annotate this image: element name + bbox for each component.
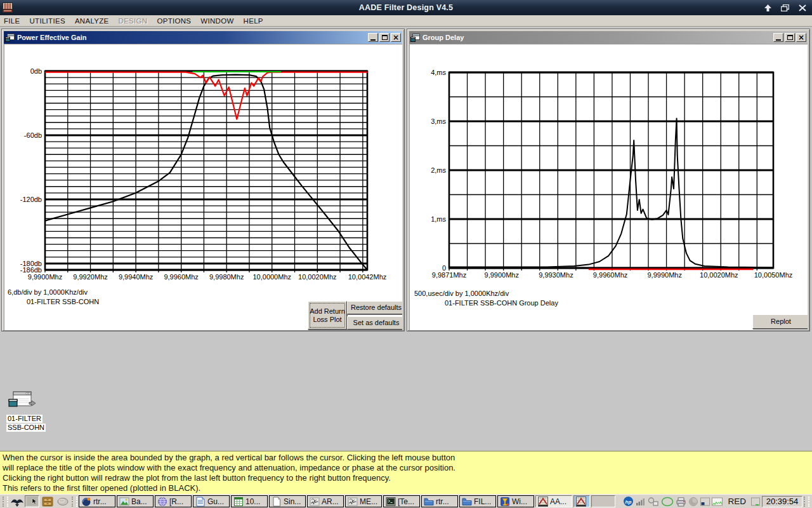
menu-utilities[interactable]: UTILITIES: [30, 17, 65, 25]
svg-text:9,9900Mhz: 9,9900Mhz: [485, 271, 519, 279]
menubar: FILEUTILITIESANALYZEDESIGNOPTIONSWINDOWH…: [0, 15, 812, 27]
quicklaunch-file-drawer[interactable]: [40, 495, 55, 507]
svg-text:9,9960Mhz: 9,9960Mhz: [164, 273, 198, 281]
taskbar-button-label: AR...: [322, 497, 339, 506]
menu-analyze[interactable]: ANALYZE: [75, 17, 109, 25]
gain-window-titlebar[interactable]: Power Effective Gain ×: [4, 31, 402, 44]
tray-hp[interactable]: hp: [623, 496, 634, 507]
taskbar-button-gu-3[interactable]: Gu...: [193, 495, 230, 507]
gain-caption: 6,db/div by 1,0000Khz/div 01-FILTER SSB-…: [8, 288, 99, 307]
taskbar-clock[interactable]: 20:39:54: [762, 496, 802, 507]
delay-filter-caption: 01-FILTER SSB-COHN Group Delay: [445, 298, 558, 308]
set-as-defaults-button[interactable]: Set as defaults: [347, 316, 402, 330]
file-drawer-icon: [42, 497, 53, 507]
delay-plot[interactable]: 9,9871Mhz9,9900Mhz9,9930Mhz9,9960Mhz9,99…: [409, 44, 808, 330]
schematic-icon: [310, 497, 320, 507]
taskbar-button-label: rtr...: [436, 497, 449, 506]
schematic-icon: [348, 497, 358, 507]
taskbar-button-r-2[interactable]: [R...: [155, 495, 192, 507]
plot-window-icon: [5, 33, 15, 42]
tray-mini-monitor[interactable]: [751, 497, 760, 507]
menu-file[interactable]: FILE: [4, 17, 20, 25]
svg-text:1,ms: 1,ms: [431, 215, 446, 223]
taskbar-button-wi-11[interactable]: Wi...: [497, 495, 534, 507]
taskbar-button-rtr-0[interactable]: rtr...: [79, 495, 115, 507]
taskbar-button-label: 10...: [246, 497, 260, 506]
close-button[interactable]: [797, 4, 807, 12]
taskbar-button-label: Gu...: [207, 497, 224, 506]
delay-minimize-button[interactable]: [773, 33, 783, 42]
restore-button[interactable]: [780, 4, 790, 12]
maximize-button[interactable]: [763, 4, 773, 12]
taskbar-button-label: Sin...: [284, 497, 301, 506]
svg-text:hp: hp: [625, 499, 632, 505]
svg-text:2,ms: 2,ms: [431, 166, 446, 174]
taskbar-button-me-7[interactable]: ME...: [345, 495, 382, 507]
taskbar-button-fil-10[interactable]: FIL...: [459, 495, 496, 507]
wine-icon: [500, 497, 510, 507]
menu-options[interactable]: OPTIONS: [157, 17, 191, 25]
taskbar-drag-handle[interactable]: [3, 497, 8, 507]
taskbar-button-blank-14[interactable]: [591, 495, 615, 507]
show-desktop-icon: [27, 497, 38, 506]
doc-blank-icon: [272, 497, 282, 507]
delay-close-button[interactable]: ×: [796, 33, 806, 42]
replot-button[interactable]: Replot: [752, 314, 808, 329]
menu-help[interactable]: HELP: [244, 17, 263, 25]
svg-text:9,9930Mhz: 9,9930Mhz: [539, 271, 573, 279]
delay-scale-caption: 500,usec/div by 1,0000Khz/div: [414, 289, 558, 298]
photo-icon: [119, 497, 129, 507]
restore-defaults-button[interactable]: Restore defaults: [347, 301, 402, 314]
quicklaunch-ellipse-tool[interactable]: [55, 495, 70, 507]
quicklaunch-show-desktop[interactable]: [25, 495, 39, 507]
red-status-label: RED: [728, 497, 746, 506]
gain-close-button[interactable]: ×: [391, 33, 401, 42]
gain-maximize-button[interactable]: [379, 33, 390, 42]
svg-text:-186db: -186db: [20, 266, 42, 274]
gain-minimize-button[interactable]: [368, 33, 378, 42]
taskbar-drag-handle[interactable]: [72, 497, 77, 507]
taskbar-button-rtr-9[interactable]: rtr...: [421, 495, 458, 507]
spreadsheet-icon: [233, 497, 244, 507]
add-return-loss-button[interactable]: Add Return Loss Plot: [308, 301, 347, 330]
tray-shell[interactable]: [688, 497, 698, 507]
tray-signal-bars[interactable]: [636, 497, 646, 507]
taskbar-button-10-4[interactable]: 10...: [231, 495, 268, 507]
gain-window-body: 9,9900Mhz9,9920Mhz9,9940Mhz9,9960Mhz9,99…: [4, 44, 402, 330]
taskbar-button-label: [Te...: [398, 497, 414, 506]
quicklaunch-launcher-bird[interactable]: [10, 495, 25, 507]
cpu-monitor-icon: [700, 497, 710, 507]
tray-diagram-shapes[interactable]: [648, 497, 659, 507]
tray-green-ellipse[interactable]: [661, 497, 674, 507]
app-title: AADE Filter Design V4.5: [0, 3, 812, 12]
app-titlebar[interactable]: AADE Filter Design V4.5: [0, 0, 812, 15]
desktop-shortcut-filter-file[interactable]: 01-FILTER SSB-COHN: [6, 391, 47, 432]
taskbar-button-ba-1[interactable]: Ba...: [117, 495, 154, 507]
ellipse-tool-icon: [56, 497, 69, 507]
filter1-gain-black-trace: [45, 75, 367, 270]
svg-text:0: 0: [442, 264, 446, 272]
gain-scale-caption: 6,db/div by 1,0000Khz/div: [8, 288, 99, 297]
tray-net-monitor[interactable]: [712, 497, 723, 507]
taskbar-button-sin-5[interactable]: Sin...: [269, 495, 306, 507]
doc-blue-icon: [195, 497, 206, 507]
tray-printer[interactable]: [676, 497, 686, 507]
printer-icon: [676, 497, 686, 507]
taskbar-button-aade-grid-13[interactable]: [573, 495, 590, 507]
terminal-icon: [386, 497, 396, 507]
filter2-gain-red-trace: [45, 72, 367, 119]
hint-banner: When the cursor is inside the area bound…: [0, 451, 812, 494]
taskbar-button-aa-12[interactable]: AA...: [535, 495, 572, 507]
delay-maximize-button[interactable]: [785, 33, 795, 42]
green-ellipse-icon: [661, 497, 674, 507]
menu-window[interactable]: WINDOW: [200, 17, 233, 25]
svg-text:9,9980Mhz: 9,9980Mhz: [209, 273, 244, 281]
taskbar-button-label: FIL...: [474, 497, 491, 506]
svg-text:9,9990Mhz: 9,9990Mhz: [647, 271, 681, 279]
tray-cpu-monitor[interactable]: [700, 497, 710, 507]
taskbar-button-ar-6[interactable]: AR...: [307, 495, 344, 507]
taskbar-button-te-8[interactable]: [Te...: [383, 495, 420, 507]
taskbar-drag-handle[interactable]: [804, 497, 809, 507]
delay-window-titlebar[interactable]: Group Delay ×: [409, 31, 808, 44]
svg-text:10,0050Mhz: 10,0050Mhz: [754, 271, 793, 279]
